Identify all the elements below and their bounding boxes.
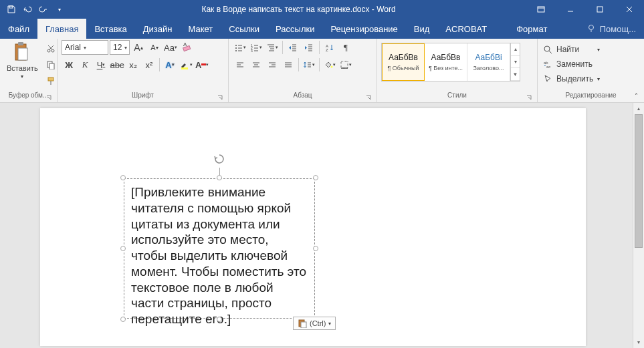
highlight-button[interactable]: ▾ [179,57,193,72]
font-size-combo[interactable]: 12▾ [110,40,130,55]
page[interactable]: [Привлеките внимание читателя с помощью … [40,108,586,346]
numbering-button[interactable]: 123▾ [249,40,263,55]
ribbon: Вставить ▾ Буфер обм... Arial▾ 12▾ A▴ A▾… [0,39,644,103]
resize-handle-bl[interactable] [120,317,126,322]
qat-customize-button[interactable]: ▾ [52,2,67,17]
paste-options-button[interactable]: (Ctrl) ▾ [293,317,336,330]
close-button[interactable] [615,0,644,19]
svg-rect-0 [9,6,13,8]
tab-file[interactable]: Файл [0,19,37,39]
format-painter-button[interactable] [43,73,58,88]
font-dialog-launcher[interactable] [216,94,224,102]
svg-point-25 [235,47,237,49]
svg-rect-4 [597,7,603,12]
svg-point-67 [544,46,550,51]
font-color-button[interactable]: A▾ [195,57,209,72]
numbering-icon: 123 [250,43,259,52]
text-box[interactable]: [Привлеките внимание читателя с помощью … [124,178,315,319]
scroll-thumb[interactable] [635,114,643,248]
bold-button[interactable]: Ж [62,57,76,72]
tell-me[interactable]: Помощ... [578,19,644,39]
tab-design[interactable]: Дизайн [135,19,181,39]
minimize-button[interactable] [556,0,585,19]
spacing-icon [303,60,312,69]
text-effects-button[interactable]: A▾ [163,57,177,72]
align-left-button[interactable] [233,57,247,72]
align-center-button[interactable] [249,57,263,72]
scroll-track[interactable] [633,114,644,337]
shading-button[interactable]: ▾ [322,57,337,72]
clipboard-dialog-launcher[interactable] [45,94,53,102]
subscript-button[interactable]: x₂ [126,57,140,72]
resize-handle-tr[interactable] [313,175,318,180]
styles-scroll-up[interactable]: ▴ [511,43,520,56]
resize-handle-bm[interactable] [217,317,222,322]
font-label: Шрифт [132,92,154,99]
tab-references[interactable]: Ссылки [221,19,267,39]
resize-handle-tl[interactable] [120,175,126,180]
tab-layout[interactable]: Макет [180,19,221,39]
paragraph-dialog-launcher[interactable] [364,94,372,102]
tab-review[interactable]: Рецензирование [322,19,405,39]
tab-acrobat[interactable]: ACROBAT [437,19,495,39]
svg-rect-17 [49,63,54,69]
replace-button[interactable]: abac Заменить [542,57,601,71]
svg-line-68 [549,51,552,53]
borders-button[interactable]: ▾ [338,57,353,72]
style-normal[interactable]: АаБбВв ¶ Обычный [382,43,425,81]
clear-formatting-button[interactable]: A [179,40,194,55]
collapse-ribbon-button[interactable]: ˄ [631,90,641,101]
editing-label: Редактирование [565,92,616,99]
increase-indent-button[interactable] [302,40,316,55]
multilevel-button[interactable]: ▾ [265,40,280,55]
justify-button[interactable] [281,57,296,72]
scroll-up-button[interactable]: ▴ [633,103,644,114]
tab-home[interactable]: Главная [37,19,86,39]
grow-font-button[interactable]: A▴ [131,40,146,55]
copy-button[interactable] [43,57,58,72]
resize-handle-tm[interactable] [217,175,222,180]
borders-icon [340,60,349,69]
style-heading1[interactable]: АаБбВі Заголово... [467,43,510,81]
decrease-indent-button[interactable] [286,40,300,55]
find-button[interactable]: Найти▾ [542,43,601,56]
resize-handle-ml[interactable] [120,246,126,251]
align-right-button[interactable] [265,57,280,72]
scroll-down-button[interactable]: ▾ [633,337,644,348]
font-name-combo[interactable]: Arial▾ [62,40,108,55]
svg-rect-1 [538,7,544,12]
superscript-button[interactable]: x² [142,57,156,72]
underline-button[interactable]: Ч▾ [94,57,108,72]
show-hide-button[interactable]: ¶ [338,40,353,55]
paste-options-icon [298,319,307,328]
line-spacing-button[interactable]: ▾ [302,57,316,72]
tab-mailings[interactable]: Рассылки [267,19,322,39]
sort-icon: AZ [325,43,334,52]
vertical-scrollbar[interactable]: ▴ ▾ [633,103,644,348]
resize-handle-mr[interactable] [313,246,318,251]
italic-button[interactable]: К [78,57,92,72]
tab-format[interactable]: Формат [508,19,555,39]
bullets-button[interactable]: ▾ [233,40,247,55]
tab-view[interactable]: Вид [406,19,438,39]
text-box-content[interactable]: [Привлеките внимание читателя с помощью … [124,178,315,319]
styles-dialog-launcher[interactable] [525,94,533,102]
paste-button[interactable]: Вставить ▾ [4,40,41,81]
document-area: [Привлеките внимание читателя с помощью … [0,103,644,348]
maximize-button[interactable] [585,0,615,19]
styles-scroll-down[interactable]: ▾ [511,56,520,69]
cut-button[interactable] [43,41,58,56]
style-no-spacing[interactable]: АаБбВв ¶ Без инте... [425,43,467,81]
save-button[interactable] [4,2,19,17]
styles-expand[interactable]: ▼ [511,68,520,81]
change-case-button[interactable]: Aa▾ [163,40,178,55]
strike-button[interactable]: abc [110,57,124,72]
select-button[interactable]: Выделить▾ [542,72,601,85]
tab-insert[interactable]: Вставка [86,19,134,39]
ribbon-display-button[interactable] [526,0,556,19]
svg-point-27 [235,50,237,51]
shrink-font-button[interactable]: A▾ [147,40,162,55]
undo-button[interactable] [20,2,35,17]
redo-button[interactable] [36,2,51,17]
sort-button[interactable]: AZ [322,40,337,55]
